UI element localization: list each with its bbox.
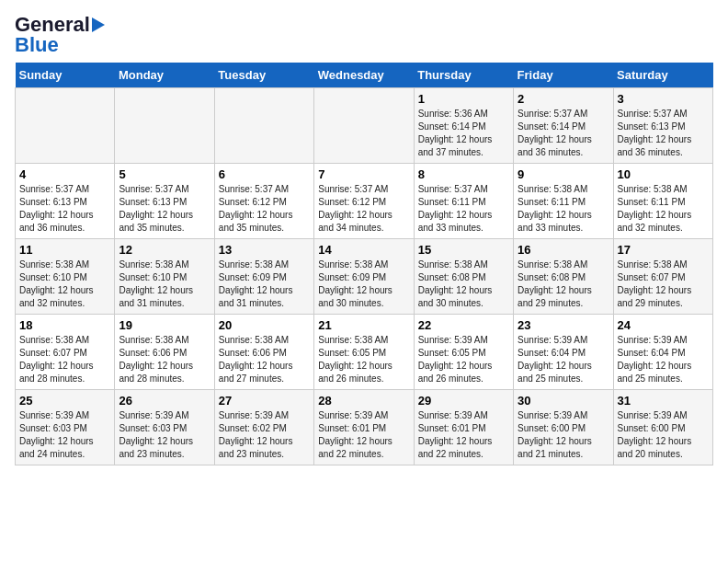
day-info: Sunrise: 5:37 AM Sunset: 6:11 PM Dayligh… bbox=[418, 183, 509, 235]
day-info: Sunrise: 5:38 AM Sunset: 6:06 PM Dayligh… bbox=[119, 334, 210, 385]
calendar-cell: 14Sunrise: 5:38 AM Sunset: 6:09 PM Dayli… bbox=[314, 239, 414, 315]
header-sunday: Sunday bbox=[16, 63, 115, 88]
logo-text-general: General bbox=[15, 15, 90, 35]
day-info: Sunrise: 5:38 AM Sunset: 6:11 PM Dayligh… bbox=[618, 183, 709, 235]
day-info: Sunrise: 5:37 AM Sunset: 6:13 PM Dayligh… bbox=[119, 183, 210, 235]
calendar-cell: 27Sunrise: 5:39 AM Sunset: 6:02 PM Dayli… bbox=[214, 390, 313, 465]
calendar-cell: 11Sunrise: 5:38 AM Sunset: 6:10 PM Dayli… bbox=[16, 239, 115, 315]
day-info: Sunrise: 5:37 AM Sunset: 6:13 PM Dayligh… bbox=[19, 183, 110, 235]
day-info: Sunrise: 5:37 AM Sunset: 6:14 PM Dayligh… bbox=[518, 108, 609, 159]
calendar-cell: 21Sunrise: 5:38 AM Sunset: 6:05 PM Dayli… bbox=[314, 315, 414, 390]
day-info: Sunrise: 5:38 AM Sunset: 6:07 PM Dayligh… bbox=[618, 259, 709, 310]
day-info: Sunrise: 5:39 AM Sunset: 6:00 PM Dayligh… bbox=[618, 409, 709, 461]
calendar-cell: 23Sunrise: 5:39 AM Sunset: 6:04 PM Dayli… bbox=[514, 315, 613, 390]
calendar-cell: 3Sunrise: 5:37 AM Sunset: 6:13 PM Daylig… bbox=[613, 88, 712, 164]
day-number: 12 bbox=[119, 243, 210, 257]
header-wednesday: Wednesday bbox=[314, 63, 414, 88]
calendar-cell: 29Sunrise: 5:39 AM Sunset: 6:01 PM Dayli… bbox=[414, 390, 513, 465]
calendar-cell: 15Sunrise: 5:38 AM Sunset: 6:08 PM Dayli… bbox=[414, 239, 513, 315]
calendar-cell: 16Sunrise: 5:38 AM Sunset: 6:08 PM Dayli… bbox=[514, 239, 613, 315]
day-number: 10 bbox=[618, 167, 709, 181]
day-info: Sunrise: 5:38 AM Sunset: 6:05 PM Dayligh… bbox=[318, 334, 409, 385]
day-number: 30 bbox=[518, 394, 609, 408]
day-info: Sunrise: 5:39 AM Sunset: 6:05 PM Dayligh… bbox=[418, 334, 509, 385]
day-number: 17 bbox=[618, 243, 709, 257]
day-number: 27 bbox=[219, 394, 310, 408]
calendar-week-row: 1Sunrise: 5:36 AM Sunset: 6:14 PM Daylig… bbox=[16, 88, 713, 164]
calendar-header-row: SundayMondayTuesdayWednesdayThursdayFrid… bbox=[16, 63, 713, 88]
calendar-cell: 31Sunrise: 5:39 AM Sunset: 6:00 PM Dayli… bbox=[613, 390, 712, 465]
header-saturday: Saturday bbox=[613, 63, 712, 88]
calendar-week-row: 4Sunrise: 5:37 AM Sunset: 6:13 PM Daylig… bbox=[16, 164, 713, 239]
day-number: 19 bbox=[119, 318, 210, 332]
day-number: 8 bbox=[418, 167, 509, 181]
calendar-cell: 18Sunrise: 5:38 AM Sunset: 6:07 PM Dayli… bbox=[16, 315, 115, 390]
calendar-cell: 25Sunrise: 5:39 AM Sunset: 6:03 PM Dayli… bbox=[16, 390, 115, 465]
calendar-cell: 4Sunrise: 5:37 AM Sunset: 6:13 PM Daylig… bbox=[16, 164, 115, 239]
calendar-week-row: 25Sunrise: 5:39 AM Sunset: 6:03 PM Dayli… bbox=[16, 390, 713, 465]
calendar-table: SundayMondayTuesdayWednesdayThursdayFrid… bbox=[15, 63, 713, 465]
header-tuesday: Tuesday bbox=[214, 63, 313, 88]
day-info: Sunrise: 5:38 AM Sunset: 6:11 PM Dayligh… bbox=[518, 183, 609, 235]
logo: General Blue bbox=[15, 15, 105, 55]
day-info: Sunrise: 5:38 AM Sunset: 6:09 PM Dayligh… bbox=[318, 259, 409, 310]
day-info: Sunrise: 5:39 AM Sunset: 6:03 PM Dayligh… bbox=[119, 409, 210, 461]
day-number: 24 bbox=[618, 318, 709, 332]
day-number: 5 bbox=[119, 167, 210, 181]
day-info: Sunrise: 5:37 AM Sunset: 6:12 PM Dayligh… bbox=[219, 183, 310, 235]
calendar-cell: 6Sunrise: 5:37 AM Sunset: 6:12 PM Daylig… bbox=[214, 164, 313, 239]
calendar-cell bbox=[16, 88, 115, 164]
day-number: 29 bbox=[418, 394, 509, 408]
day-info: Sunrise: 5:38 AM Sunset: 6:10 PM Dayligh… bbox=[19, 259, 110, 310]
logo-text-blue: Blue bbox=[15, 35, 59, 55]
calendar-cell bbox=[115, 88, 214, 164]
day-info: Sunrise: 5:39 AM Sunset: 6:01 PM Dayligh… bbox=[418, 409, 509, 461]
day-number: 4 bbox=[19, 167, 110, 181]
day-number: 13 bbox=[219, 243, 310, 257]
logo-arrow-icon bbox=[92, 17, 105, 32]
day-number: 20 bbox=[219, 318, 310, 332]
calendar-cell bbox=[214, 88, 313, 164]
day-info: Sunrise: 5:38 AM Sunset: 6:08 PM Dayligh… bbox=[418, 259, 509, 310]
calendar-cell: 24Sunrise: 5:39 AM Sunset: 6:04 PM Dayli… bbox=[613, 315, 712, 390]
calendar-cell bbox=[314, 88, 414, 164]
page-header: General Blue bbox=[15, 15, 713, 55]
day-number: 9 bbox=[518, 167, 609, 181]
day-info: Sunrise: 5:38 AM Sunset: 6:09 PM Dayligh… bbox=[219, 259, 310, 310]
day-number: 14 bbox=[318, 243, 409, 257]
day-info: Sunrise: 5:38 AM Sunset: 6:07 PM Dayligh… bbox=[19, 334, 110, 385]
day-info: Sunrise: 5:37 AM Sunset: 6:13 PM Dayligh… bbox=[618, 108, 709, 159]
day-info: Sunrise: 5:36 AM Sunset: 6:14 PM Dayligh… bbox=[418, 108, 509, 159]
day-info: Sunrise: 5:37 AM Sunset: 6:12 PM Dayligh… bbox=[318, 183, 409, 235]
day-info: Sunrise: 5:39 AM Sunset: 6:01 PM Dayligh… bbox=[318, 409, 409, 461]
header-thursday: Thursday bbox=[414, 63, 513, 88]
day-number: 2 bbox=[518, 92, 609, 106]
day-number: 16 bbox=[518, 243, 609, 257]
day-number: 25 bbox=[19, 394, 110, 408]
day-number: 26 bbox=[119, 394, 210, 408]
calendar-cell: 20Sunrise: 5:38 AM Sunset: 6:06 PM Dayli… bbox=[214, 315, 313, 390]
calendar-cell: 9Sunrise: 5:38 AM Sunset: 6:11 PM Daylig… bbox=[514, 164, 613, 239]
calendar-cell: 10Sunrise: 5:38 AM Sunset: 6:11 PM Dayli… bbox=[613, 164, 712, 239]
calendar-cell: 13Sunrise: 5:38 AM Sunset: 6:09 PM Dayli… bbox=[214, 239, 313, 315]
calendar-cell: 7Sunrise: 5:37 AM Sunset: 6:12 PM Daylig… bbox=[314, 164, 414, 239]
day-number: 22 bbox=[418, 318, 509, 332]
day-info: Sunrise: 5:39 AM Sunset: 6:04 PM Dayligh… bbox=[618, 334, 709, 385]
calendar-cell: 17Sunrise: 5:38 AM Sunset: 6:07 PM Dayli… bbox=[613, 239, 712, 315]
calendar-cell: 26Sunrise: 5:39 AM Sunset: 6:03 PM Dayli… bbox=[115, 390, 214, 465]
day-number: 11 bbox=[19, 243, 110, 257]
calendar-cell: 22Sunrise: 5:39 AM Sunset: 6:05 PM Dayli… bbox=[414, 315, 513, 390]
header-monday: Monday bbox=[115, 63, 214, 88]
day-info: Sunrise: 5:39 AM Sunset: 6:03 PM Dayligh… bbox=[19, 409, 110, 461]
day-number: 7 bbox=[318, 167, 409, 181]
day-number: 28 bbox=[318, 394, 409, 408]
calendar-cell: 8Sunrise: 5:37 AM Sunset: 6:11 PM Daylig… bbox=[414, 164, 513, 239]
day-info: Sunrise: 5:38 AM Sunset: 6:08 PM Dayligh… bbox=[518, 259, 609, 310]
day-number: 18 bbox=[19, 318, 110, 332]
day-info: Sunrise: 5:38 AM Sunset: 6:06 PM Dayligh… bbox=[219, 334, 310, 385]
calendar-cell: 28Sunrise: 5:39 AM Sunset: 6:01 PM Dayli… bbox=[314, 390, 414, 465]
calendar-week-row: 18Sunrise: 5:38 AM Sunset: 6:07 PM Dayli… bbox=[16, 315, 713, 390]
calendar-cell: 1Sunrise: 5:36 AM Sunset: 6:14 PM Daylig… bbox=[414, 88, 513, 164]
day-number: 6 bbox=[219, 167, 310, 181]
day-info: Sunrise: 5:39 AM Sunset: 6:04 PM Dayligh… bbox=[518, 334, 609, 385]
